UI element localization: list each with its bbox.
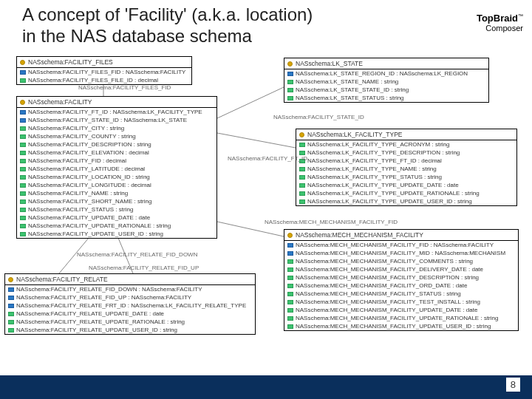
attribute-row: NASschema:LK_FACILITY_TYPE_UPDATE_USER_I… bbox=[296, 197, 516, 205]
attribute-row: NASschema:LK_STATE_REGION_ID : NASschema… bbox=[284, 69, 488, 78]
attribute-row: NASschema:MECH_MECHANISM_FACILITY_ORD_DA… bbox=[284, 282, 518, 290]
attribute-row: NASschema:FACILITY_STATE_ID : NASschema:… bbox=[17, 116, 216, 124]
column-icon bbox=[20, 200, 26, 204]
attribute-text: NASschema:MECH_MECHANISM_FACILITY_STATUS… bbox=[296, 290, 461, 297]
attribute-row: NASschema:LK_FACILITY_TYPE_STATUS : stri… bbox=[296, 173, 516, 181]
column-icon bbox=[20, 134, 26, 139]
attribute-text: NASschema:FACILITY_RELATE_UPDATE_DATE : … bbox=[16, 310, 164, 317]
attribute-text: NASschema:FACILITY_RELATE_UPDATE_RATIONA… bbox=[16, 318, 185, 325]
attribute-text: NASschema:FACILITY_FILES_FID : NASschema… bbox=[28, 69, 185, 75]
entity-title: NASschema:LK_FACILITY_TYPE bbox=[307, 131, 403, 138]
attribute-text: NASschema:FACILITY_FID : decimal bbox=[28, 157, 126, 164]
attribute-row: NASschema:FACILITY_FT_ID : NASschema:LK_… bbox=[17, 108, 216, 116]
attribute-row: NASschema:FACILITY_COUNTY : string bbox=[17, 132, 216, 140]
attribute-row: NASschema:LK_FACILITY_TYPE_NAME : string bbox=[296, 165, 516, 173]
attribute-row: NASschema:FACILITY_FILES_FID : NASschema… bbox=[17, 68, 191, 76]
attribute-row: NASschema:FACILITY_LONGITUDE : decimal bbox=[17, 181, 216, 189]
class-icon bbox=[299, 132, 304, 137]
attribute-row: NASschema:MECH_MECHANISM_FACILITY_STATUS… bbox=[284, 290, 518, 298]
footer-bar bbox=[0, 375, 532, 399]
attribute-row: NASschema:FACILITY_UPDATE_USER_ID : stri… bbox=[17, 230, 216, 238]
column-icon bbox=[8, 328, 14, 332]
column-icon bbox=[20, 175, 26, 180]
attribute-row: NASschema:FACILITY_RELATE_UPDATE_RATIONA… bbox=[5, 318, 255, 326]
fk-icon bbox=[8, 296, 14, 300]
column-icon bbox=[20, 143, 26, 147]
attribute-row: NASschema:FACILITY_RELATE_UPDATE_USER_ID… bbox=[5, 326, 255, 334]
attribute-row: NASschema:LK_STATE_STATE_ID : string bbox=[284, 86, 488, 94]
attribute-row: NASschema:LK_FACILITY_TYPE_UPDATE_DATE :… bbox=[296, 181, 516, 189]
attribute-row: NASschema:LK_FACILITY_TYPE_FT_ID : decim… bbox=[296, 157, 516, 165]
attribute-row: NASschema:FACILITY_RELATE_FRT_ID : NASsc… bbox=[5, 301, 255, 310]
logo-bottom: Composer bbox=[485, 24, 523, 33]
attribute-row: NASschema:FACILITY_RELATE_UPDATE_DATE : … bbox=[5, 310, 255, 318]
title-line-2: in the NAS database schema bbox=[22, 26, 252, 46]
attribute-row: NASschema:LK_STATE_STATUS : string bbox=[284, 94, 488, 102]
fk-icon bbox=[20, 110, 26, 115]
fk-icon bbox=[287, 72, 293, 76]
fk-icon bbox=[20, 70, 26, 75]
attribute-row: NASschema:FACILITY_LATITUDE : decimal bbox=[17, 165, 216, 173]
attribute-text: NASschema:FACILITY_FILES_FILE_ID : decim… bbox=[28, 77, 158, 83]
attribute-text: NASschema:FACILITY_LONGITUDE : decimal bbox=[28, 182, 151, 188]
entity-title: NASschema:LK_STATE bbox=[296, 60, 363, 67]
attribute-row: NASschema:FACILITY_FID : decimal bbox=[17, 157, 216, 165]
column-icon bbox=[20, 216, 26, 220]
attribute-row: NASschema:MECH_MECHANISM_FACILITY_DELIVE… bbox=[284, 265, 518, 273]
fk-icon bbox=[20, 118, 26, 123]
column-icon bbox=[20, 208, 26, 212]
attribute-text: NASschema:LK_FACILITY_TYPE_FT_ID : decim… bbox=[307, 157, 442, 164]
attribute-text: NASschema:LK_FACILITY_TYPE_DESCRIPTION :… bbox=[307, 149, 460, 156]
attribute-row: NASschema:MECH_MECHANISM_FACILITY_UPDATE… bbox=[284, 314, 518, 322]
attribute-row: NASschema:FACILITY_RELATE_FID_DOWN : NAS… bbox=[5, 285, 255, 293]
attribute-row: NASschema:MECH_MECHANISM_FACILITY_DESCRI… bbox=[284, 273, 518, 282]
column-icon bbox=[299, 183, 305, 188]
column-icon bbox=[299, 191, 305, 196]
column-icon bbox=[20, 232, 26, 236]
column-icon bbox=[20, 126, 26, 131]
attribute-row: NASschema:LK_FACILITY_TYPE_DESCRIPTION :… bbox=[296, 149, 516, 157]
logo-top: TopBraid bbox=[477, 13, 518, 24]
attribute-text: NASschema:FACILITY_DESCRIPTION : string bbox=[28, 141, 151, 148]
class-icon bbox=[287, 61, 293, 66]
attribute-row: NASschema:FACILITY_CITY : string bbox=[17, 124, 216, 132]
column-icon bbox=[20, 167, 26, 171]
column-icon bbox=[287, 276, 293, 280]
column-icon bbox=[8, 320, 14, 324]
attribute-text: NASschema:FACILITY_CITY : string bbox=[28, 125, 124, 132]
column-icon bbox=[20, 224, 26, 228]
attribute-text: NASschema:MECH_MECHANISM_FACILITY_UPDATE… bbox=[296, 307, 477, 313]
attribute-text: NASschema:MECH_MECHANISM_FACILITY_UPDATE… bbox=[296, 323, 491, 330]
column-icon bbox=[299, 151, 305, 155]
attribute-text: NASschema:MECH_MECHANISM_FACILITY_MID : … bbox=[296, 250, 505, 256]
column-icon bbox=[20, 151, 26, 155]
entity-title: NASschema:FACILITY bbox=[28, 98, 92, 106]
attribute-row: NASschema:MECH_MECHANISM_FACILITY_FID : … bbox=[284, 241, 518, 249]
attribute-row: NASschema:LK_FACILITY_TYPE_ACRONYM : str… bbox=[296, 140, 516, 149]
attribute-row: NASschema:LK_FACILITY_TYPE_UPDATE_RATION… bbox=[296, 189, 516, 197]
column-icon bbox=[20, 191, 26, 196]
class-icon bbox=[20, 100, 25, 105]
entity-title: NASschema:FACILITY_RELATE bbox=[16, 276, 108, 283]
class-icon bbox=[287, 233, 293, 238]
attribute-text: NASschema:FACILITY_NAME : string bbox=[28, 190, 128, 197]
fk-icon bbox=[8, 287, 14, 292]
fk-icon bbox=[287, 243, 293, 248]
entity-title: NASschema:MECH_MECHANISM_FACILITY bbox=[296, 231, 423, 239]
attribute-row: NASschema:FACILITY_NAME : string bbox=[17, 189, 216, 197]
connector-label: NASschema:FACILITY_FILES_FID bbox=[78, 84, 171, 91]
attribute-row: NASschema:LK_STATE_NAME : string bbox=[284, 78, 488, 86]
entity-header: NASschema:MECH_MECHANISM_FACILITY bbox=[284, 230, 518, 241]
entity-title: NASschema:FACILITY_FILES bbox=[28, 58, 113, 66]
class-icon bbox=[8, 277, 13, 282]
connector-label: NASschema:FACILITY_RELATE_FID_DOWN bbox=[77, 251, 197, 258]
attribute-text: NASschema:FACILITY_SHORT_NAME : string bbox=[28, 198, 151, 205]
connector-label: NASschema:FACILITY_FT_ID bbox=[228, 155, 307, 162]
attribute-text: NASschema:FACILITY_COUNTY : string bbox=[28, 133, 136, 140]
attribute-row: NASschema:FACILITY_SHORT_NAME : string bbox=[17, 197, 216, 205]
column-icon bbox=[287, 316, 293, 321]
column-icon bbox=[287, 259, 293, 264]
attribute-text: NASschema:LK_FACILITY_TYPE_UPDATE_RATION… bbox=[307, 190, 480, 197]
column-icon bbox=[299, 175, 305, 180]
slide-title: A concept of 'Facility' (a.k.a. location… bbox=[22, 4, 313, 47]
